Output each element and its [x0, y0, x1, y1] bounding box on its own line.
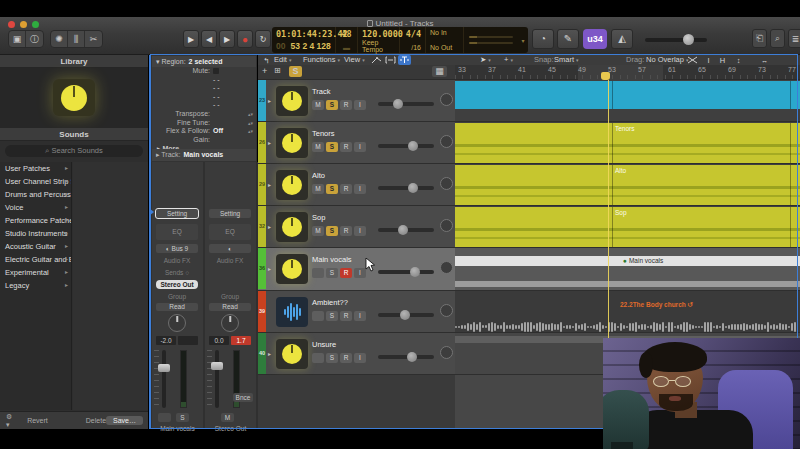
volume-slider[interactable] [378, 270, 434, 274]
record-enable-button[interactable]: R [340, 100, 352, 110]
mute-button[interactable] [312, 311, 324, 321]
tuner-icon[interactable]: ◔ [532, 29, 554, 49]
record-enable-button[interactable]: R [340, 353, 352, 363]
track-name[interactable]: Main vocals [312, 255, 352, 264]
record-enable-button[interactable]: R [340, 142, 352, 152]
pan-knob[interactable] [440, 135, 453, 148]
eq-slot[interactable]: EQ [209, 224, 251, 240]
midi-region[interactable] [455, 81, 800, 109]
search-icon[interactable]: ⌕ [770, 29, 785, 48]
stepper-icon[interactable]: ▴▾ [248, 110, 253, 119]
group-slot[interactable]: Group [209, 292, 251, 301]
input-monitor-button[interactable]: I [354, 353, 366, 363]
track-inspector-header[interactable]: ▸ Track:Main vocals [152, 149, 256, 161]
vertical-zoom-slider[interactable]: ↕ [732, 55, 745, 65]
disclosure-triangle[interactable]: ▸ [268, 97, 271, 104]
eq-slot[interactable]: EQ [156, 224, 198, 240]
pan-knob[interactable] [440, 304, 453, 317]
add-track-button[interactable]: + [262, 66, 267, 76]
pan-knob[interactable] [440, 346, 453, 359]
volume-slider[interactable] [378, 186, 434, 190]
track-name[interactable]: Tenors [312, 129, 335, 138]
flex-icon[interactable] [398, 55, 411, 65]
volume-slider[interactable] [378, 144, 434, 148]
pointer-tool[interactable]: ➤▾ [480, 55, 491, 65]
track-name[interactable]: Track [312, 87, 330, 96]
track-lane[interactable] [455, 80, 800, 122]
output-slot[interactable]: Stereo Out [156, 280, 198, 289]
mute-button[interactable]: M [312, 226, 324, 236]
solo-button[interactable]: S [326, 226, 338, 236]
peak-value[interactable]: 1.7 [231, 336, 251, 345]
audio-fx-slot[interactable]: Audio FX [209, 256, 251, 265]
mute-button[interactable]: M [312, 100, 324, 110]
goto-beginning-button[interactable]: ◀ [201, 30, 217, 48]
library-item[interactable]: Drums and Percussion▸ [0, 188, 71, 201]
region-param[interactable]: - - [213, 93, 220, 102]
region-param[interactable]: - - [213, 76, 220, 85]
settings-icon[interactable]: ✺ [51, 31, 68, 47]
library-item[interactable]: User Channel Strip S…▸ [0, 175, 71, 188]
flex-follow-value[interactable]: Off [213, 127, 223, 136]
sends-slot[interactable]: Sends ○ [156, 268, 198, 277]
bracket-icon[interactable]: H [716, 55, 729, 65]
pan-knob[interactable] [440, 93, 453, 106]
library-item[interactable]: Electric Guitar and Ba…▸ [0, 253, 71, 266]
view-menu[interactable]: View▾ [344, 55, 365, 65]
stepper-icon[interactable]: ▴▾ [248, 119, 253, 128]
mute-button[interactable] [312, 268, 324, 278]
record-button[interactable]: ● [237, 30, 253, 48]
volume-slider[interactable] [378, 313, 434, 317]
track-header[interactable]: 26 ▸ Tenors MSRI [258, 122, 455, 164]
setting-button[interactable]: Setting [156, 209, 198, 218]
input-monitor-button[interactable]: I [354, 142, 366, 152]
track-header[interactable]: 36 ▸ Main vocals SRI [258, 248, 455, 291]
functions-menu[interactable]: Functions▾ [303, 55, 340, 65]
volume-slider[interactable] [378, 355, 434, 359]
library-item[interactable]: Voice▸ [0, 201, 71, 214]
record-enable-button[interactable]: R [340, 268, 352, 278]
group-slot[interactable]: Group [156, 292, 198, 301]
mute-button[interactable]: M [312, 142, 324, 152]
delete-button[interactable]: Delete [86, 417, 106, 424]
region-param[interactable]: - - [213, 101, 220, 110]
catch-icon[interactable] [384, 55, 397, 65]
solo-button[interactable]: S [326, 353, 338, 363]
disclosure-triangle[interactable]: ▸ [268, 265, 271, 272]
pencil-icon[interactable]: ✎ [557, 29, 579, 49]
text-tool-icon[interactable]: I [702, 55, 715, 65]
track-header[interactable]: 32 ▸ Sop MSRI [258, 206, 455, 248]
horizontal-zoom-slider[interactable]: ↔ [758, 55, 771, 65]
inspector-toggle-button[interactable]: ⓘ [26, 31, 43, 47]
snap-select[interactable]: Smart▾ [554, 55, 579, 65]
master-volume-slider[interactable] [645, 38, 707, 42]
library-item[interactable]: Experimental▸ [0, 266, 71, 279]
disclosure-triangle[interactable]: ▸ [268, 181, 271, 188]
mute-button[interactable]: M [221, 413, 234, 422]
track-name[interactable]: Ambient?? [312, 298, 348, 307]
track-name[interactable]: Sop [312, 213, 325, 222]
track-lane[interactable]: ●Main vocals [455, 248, 800, 291]
disclosure-triangle[interactable]: ▸ [268, 223, 271, 230]
list-icon[interactable]: ≣ [788, 29, 800, 48]
midi-region[interactable]: Alto [455, 165, 800, 205]
play-button[interactable]: ▶ [219, 30, 235, 48]
automation-mode[interactable]: Read [156, 303, 198, 311]
save-button[interactable]: Save… [106, 416, 143, 425]
volume-slider[interactable] [378, 228, 434, 232]
solo-button[interactable]: S [326, 311, 338, 321]
track-header[interactable]: 40 ▸ Unsure SRI [258, 333, 455, 375]
key-badge[interactable]: u34 [583, 29, 607, 49]
volume-slider[interactable] [378, 102, 434, 106]
secondary-tool[interactable]: +▾ [504, 55, 513, 65]
mute-button[interactable]: M [312, 184, 324, 194]
empty-area-below-headers[interactable] [258, 375, 455, 429]
track-lane[interactable]: 22.2The Body church ↺ [455, 291, 800, 333]
stepper-icon[interactable]: ▴▾ [248, 127, 253, 136]
bounce-button[interactable]: Bnce [233, 393, 253, 402]
setting-button[interactable]: Setting [209, 209, 251, 218]
region-param[interactable]: - - [213, 84, 220, 93]
library-item[interactable]: Acoustic Guitar▸ [0, 240, 71, 253]
record-enable-button[interactable]: R [340, 311, 352, 321]
automation-icon[interactable] [370, 55, 383, 65]
